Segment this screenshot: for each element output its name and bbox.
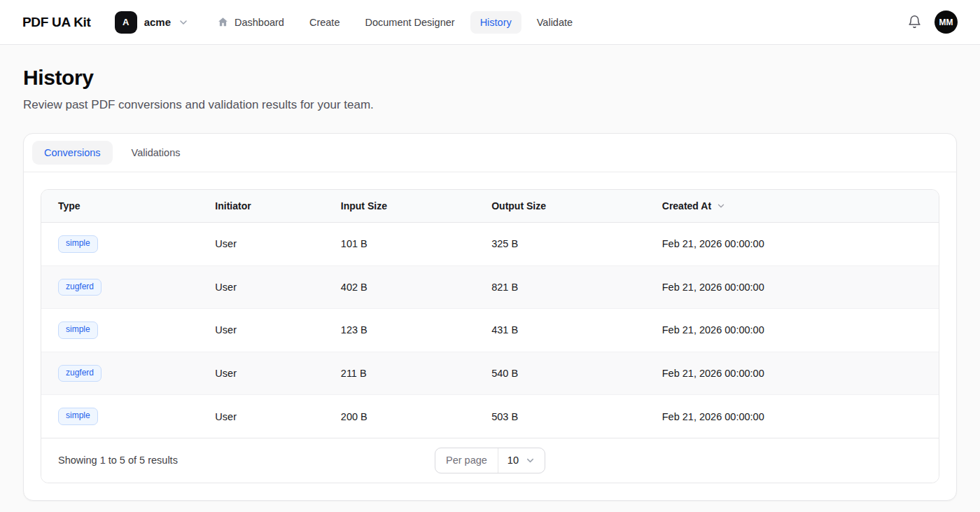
created-at-cell: Feb 21, 2026 00:00:00 [645,223,939,266]
table-row: simple User 123 B 431 B Feb 21, 2026 00:… [41,309,939,352]
nav-item-history[interactable]: History [470,11,522,34]
nav-item-label: History [480,17,512,28]
created-at-cell: Feb 21, 2026 00:00:00 [645,309,939,352]
user-avatar[interactable]: MM [934,11,958,34]
nav-item-document-designer[interactable]: Document Designer [355,11,464,34]
per-page-select[interactable]: 10 [498,448,545,473]
per-page-control: Per page 10 [435,448,545,473]
table-row: zugferd User 211 B 540 B Feb 21, 2026 00… [41,352,939,395]
top-navigation: PDF UA Kit A acme Dashboard Create Docum… [0,0,980,45]
tab-validations[interactable]: Validations [120,141,192,165]
results-count: Showing 1 to 5 of 5 results [58,455,435,466]
input-size-cell: 402 B [324,265,475,309]
nav-right: MM [907,11,958,34]
table-row: simple User 200 B 503 B Feb 21, 2026 00:… [41,395,939,438]
column-header-type: Type [41,190,198,223]
nav-item-label: Create [309,17,340,28]
org-name: acme [144,16,171,28]
page-subtitle: Review past PDF conversions and validati… [23,98,957,112]
created-at-cell: Feb 21, 2026 00:00:00 [645,265,939,309]
conversions-table: Type Initiator Input Size Output Size Cr… [41,190,939,438]
output-size-cell: 503 B [475,395,645,438]
org-switcher[interactable]: A acme [115,11,189,34]
sort-chevron-down-icon [716,201,726,211]
column-header-input-size: Input Size [324,190,475,223]
column-header-output-size: Output Size [475,190,645,223]
column-header-created-at: Created At [645,190,939,223]
tab-conversions[interactable]: Conversions [32,141,113,165]
page-title: History [23,66,957,90]
initiator-cell: User [198,223,323,266]
type-badge: simple [58,408,98,425]
table-footer: Showing 1 to 5 of 5 results Per page 10 [41,438,939,483]
type-badge: zugferd [58,279,102,296]
conversions-table-container: Type Initiator Input Size Output Size Cr… [41,189,939,483]
output-size-cell: 821 B [475,265,645,309]
initiator-cell: User [198,265,323,309]
nav-item-label: Document Designer [365,17,454,28]
per-page-label: Per page [435,448,498,473]
type-badge: simple [58,321,98,339]
per-page-current-value: 10 [507,455,519,466]
output-size-cell: 431 B [475,309,645,352]
initiator-cell: User [198,352,323,395]
nav-item-dashboard[interactable]: Dashboard [207,11,294,34]
initiator-cell: User [198,309,323,352]
output-size-cell: 540 B [475,352,645,395]
type-badge: simple [58,235,98,253]
sort-created-at[interactable]: Created At [662,200,726,212]
nav-item-label: Dashboard [234,17,284,28]
notifications-bell-icon[interactable] [907,15,922,29]
input-size-cell: 123 B [324,309,475,352]
table-row: zugferd User 402 B 821 B Feb 21, 2026 00… [41,265,939,309]
history-card: Conversions Validations Type Initiator I… [23,133,957,501]
nav-item-validate[interactable]: Validate [527,11,582,34]
chevron-down-icon [178,17,189,28]
home-icon [217,16,229,28]
chevron-down-icon [525,455,536,466]
history-page: History Review past PDF conversions and … [0,45,980,501]
created-at-cell: Feb 21, 2026 00:00:00 [645,352,939,395]
tabs: Conversions Validations [24,134,956,172]
initiator-cell: User [198,395,323,438]
org-avatar: A [115,11,137,34]
app-logo: PDF UA Kit [22,15,91,30]
nav-links: Dashboard Create Document Designer Histo… [207,11,582,34]
created-at-cell: Feb 21, 2026 00:00:00 [645,395,939,438]
input-size-cell: 101 B [324,223,475,266]
type-badge: zugferd [58,365,102,382]
output-size-cell: 325 B [475,223,645,266]
nav-item-create[interactable]: Create [300,11,350,34]
table-row: simple User 101 B 325 B Feb 21, 2026 00:… [41,223,939,266]
column-header-initiator: Initiator [198,190,323,223]
table-header-row: Type Initiator Input Size Output Size Cr… [41,190,939,223]
input-size-cell: 211 B [324,352,475,395]
nav-item-label: Validate [537,17,573,28]
input-size-cell: 200 B [324,395,475,438]
